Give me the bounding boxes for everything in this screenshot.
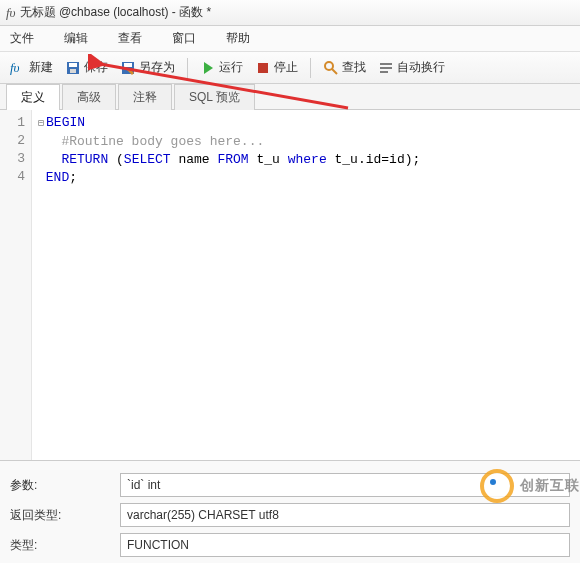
save-as-label: 另存为 bbox=[139, 59, 175, 76]
play-icon bbox=[200, 60, 216, 76]
menu-file[interactable]: 文件 bbox=[10, 30, 34, 47]
svg-rect-5 bbox=[124, 63, 132, 67]
save-icon bbox=[65, 60, 81, 76]
tab-bar: 定义 高级 注释 SQL 预览 bbox=[0, 84, 580, 110]
separator bbox=[187, 58, 188, 78]
window-title: 无标题 @chbase (localhost) - 函数 * bbox=[20, 4, 212, 21]
svg-rect-2 bbox=[69, 63, 77, 67]
code-text: t_u.id=id); bbox=[327, 152, 421, 167]
menu-window[interactable]: 窗口 bbox=[172, 30, 196, 47]
run-button[interactable]: 运行 bbox=[196, 57, 247, 78]
keyword: RETURN bbox=[61, 152, 108, 167]
new-label: 新建 bbox=[29, 59, 53, 76]
line-number: 3 bbox=[0, 150, 25, 168]
svg-point-7 bbox=[325, 62, 333, 70]
return-type-input[interactable] bbox=[120, 503, 570, 527]
svg-line-8 bbox=[332, 69, 337, 74]
menu-view[interactable]: 查看 bbox=[118, 30, 142, 47]
search-icon bbox=[323, 60, 339, 76]
code-editor[interactable]: 1 2 3 4 ⊟BEGIN #Routine body goes here..… bbox=[0, 110, 580, 460]
tab-definition[interactable]: 定义 bbox=[6, 84, 60, 110]
title-bar: fυ 无标题 @chbase (localhost) - 函数 * bbox=[0, 0, 580, 26]
line-number: 2 bbox=[0, 132, 25, 150]
line-number: 4 bbox=[0, 168, 25, 186]
keyword: FROM bbox=[217, 152, 248, 167]
properties-panel: 参数: 返回类型: 类型: bbox=[0, 460, 580, 563]
keyword: SELECT bbox=[124, 152, 171, 167]
type-label: 类型: bbox=[10, 537, 120, 554]
menu-edit[interactable]: 编辑 bbox=[64, 30, 88, 47]
toolbar: fυ 新建 保存 另存为 运行 停止 查找 自动换行 bbox=[0, 52, 580, 84]
new-button[interactable]: fυ 新建 bbox=[6, 57, 57, 78]
run-label: 运行 bbox=[219, 59, 243, 76]
comment: #Routine body goes here... bbox=[61, 134, 264, 149]
type-input[interactable] bbox=[120, 533, 570, 557]
app-icon: fυ bbox=[6, 5, 16, 21]
stop-label: 停止 bbox=[274, 59, 298, 76]
wrap-label: 自动换行 bbox=[397, 59, 445, 76]
wrap-button[interactable]: 自动换行 bbox=[374, 57, 449, 78]
menu-bar: 文件 编辑 查看 窗口 帮助 bbox=[0, 26, 580, 52]
line-number: 1 bbox=[0, 114, 25, 132]
return-type-label: 返回类型: bbox=[10, 507, 120, 524]
stop-button[interactable]: 停止 bbox=[251, 57, 302, 78]
keyword: where bbox=[288, 152, 327, 167]
wrap-icon bbox=[378, 60, 394, 76]
find-label: 查找 bbox=[342, 59, 366, 76]
code-text: ( bbox=[108, 152, 124, 167]
line-gutter: 1 2 3 4 bbox=[0, 110, 32, 460]
code-text: name bbox=[171, 152, 218, 167]
svg-text:fυ: fυ bbox=[10, 60, 20, 75]
tab-sql-preview[interactable]: SQL 预览 bbox=[174, 84, 255, 110]
tab-advanced[interactable]: 高级 bbox=[62, 84, 116, 110]
keyword: END bbox=[46, 170, 69, 185]
params-input[interactable] bbox=[120, 473, 570, 497]
code-area[interactable]: ⊟BEGIN #Routine body goes here... RETURN… bbox=[32, 110, 580, 460]
keyword: BEGIN bbox=[46, 115, 85, 130]
save-as-button[interactable]: 另存为 bbox=[116, 57, 179, 78]
menu-help[interactable]: 帮助 bbox=[226, 30, 250, 47]
separator bbox=[310, 58, 311, 78]
code-text: t_u bbox=[249, 152, 288, 167]
save-as-icon bbox=[120, 60, 136, 76]
save-button[interactable]: 保存 bbox=[61, 57, 112, 78]
svg-rect-3 bbox=[70, 69, 76, 73]
tab-comment[interactable]: 注释 bbox=[118, 84, 172, 110]
svg-rect-6 bbox=[258, 63, 268, 73]
save-label: 保存 bbox=[84, 59, 108, 76]
stop-icon bbox=[255, 60, 271, 76]
fold-icon[interactable]: ⊟ bbox=[38, 118, 46, 129]
code-text: ; bbox=[69, 170, 77, 185]
new-icon: fυ bbox=[10, 60, 26, 76]
params-label: 参数: bbox=[10, 477, 120, 494]
find-button[interactable]: 查找 bbox=[319, 57, 370, 78]
